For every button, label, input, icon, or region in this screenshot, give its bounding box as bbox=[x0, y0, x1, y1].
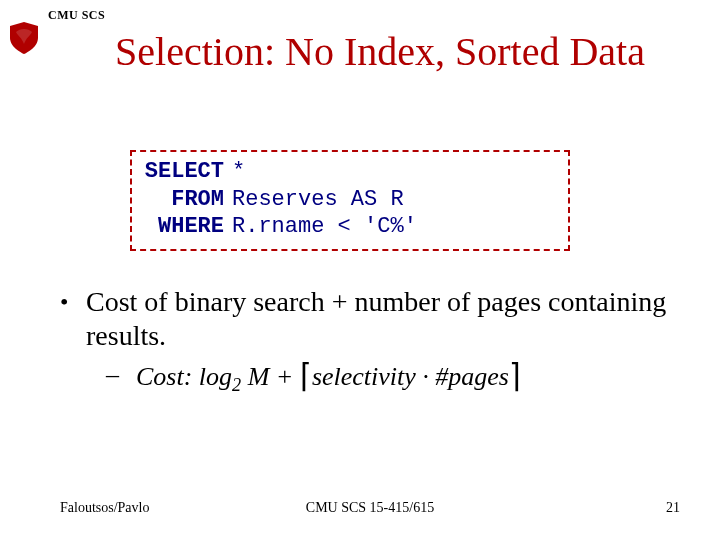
cost-label: Cost: log bbox=[136, 362, 232, 391]
cost-formula: Cost: log2 M + ⌈selectivity · #pages⌉ bbox=[136, 359, 680, 401]
sql-line-from: FROMReserves AS R bbox=[142, 186, 558, 214]
ceiling-left-icon: ⌈ bbox=[300, 358, 312, 393]
sql-line-where: WHERER.rname < 'C%' bbox=[142, 213, 558, 241]
slide-title: Selection: No Index, Sorted Data bbox=[60, 28, 700, 75]
sql-keyword-where: WHERE bbox=[142, 213, 224, 241]
ceiling-right-icon: ⌉ bbox=[509, 358, 521, 393]
cost-log-base: 2 bbox=[232, 375, 241, 395]
sql-code-box: SELECT* FROMReserves AS R WHERER.rname <… bbox=[130, 150, 570, 251]
slide: CMU SCS Selection: No Index, Sorted Data… bbox=[0, 0, 720, 540]
footer-course: CMU SCS 15-415/615 bbox=[60, 500, 680, 516]
sql-line-select: SELECT* bbox=[142, 158, 558, 186]
bullet-item: • Cost of binary search + number of page… bbox=[60, 285, 680, 353]
sql-where-clause: R.rname < 'C%' bbox=[232, 214, 417, 239]
cost-pages: #pages bbox=[435, 362, 509, 391]
sub-bullet-dash-icon: – bbox=[106, 359, 136, 391]
sql-keyword-from: FROM bbox=[142, 186, 224, 214]
cost-selectivity: selectivity bbox=[312, 362, 416, 391]
bullet-dot-icon: • bbox=[60, 285, 86, 319]
bullet-list: • Cost of binary search + number of page… bbox=[60, 285, 680, 401]
crest-icon bbox=[6, 20, 42, 56]
sql-keyword-select: SELECT bbox=[142, 158, 224, 186]
header-org-label: CMU SCS bbox=[48, 8, 105, 23]
sql-select-clause: * bbox=[232, 159, 245, 184]
cost-mult-dot: · bbox=[416, 362, 436, 391]
sub-bullet-item: – Cost: log2 M + ⌈selectivity · #pages⌉ bbox=[106, 359, 680, 401]
cost-M: M + bbox=[241, 362, 300, 391]
bullet-text: Cost of binary search + number of pages … bbox=[86, 285, 680, 353]
slide-footer: Faloutsos/Pavlo CMU SCS 15-415/615 21 bbox=[60, 500, 680, 516]
sql-from-clause: Reserves AS R bbox=[232, 187, 404, 212]
